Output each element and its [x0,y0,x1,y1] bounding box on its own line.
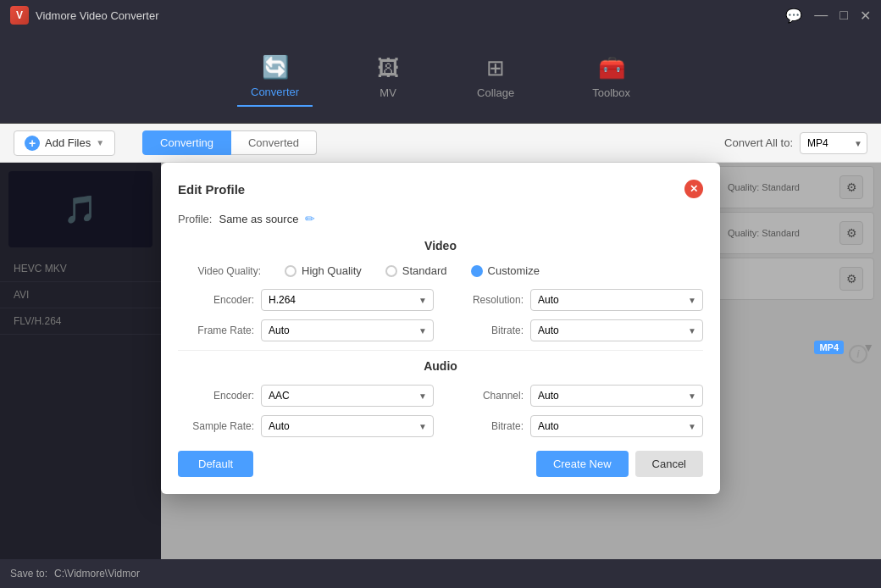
video-quality-row: Video Quality: High Quality Standard Cus… [185,264,703,277]
nav-toolbox[interactable]: 🧰 Toolbox [579,48,644,106]
dialog-overlay: Edit Profile ✕ Profile: Same as source ✏… [0,163,881,559]
window-controls: 💬 — □ ✕ [785,8,871,24]
collage-icon: ⊞ [486,55,505,81]
dialog-title: Edit Profile [178,182,245,197]
converter-icon: 🔄 [262,54,289,80]
encoder-row: Encoder: H.264H.265MPEG-4 [178,289,434,311]
add-files-dropdown-icon[interactable]: ▼ [96,138,104,147]
audio-encoder-row: Encoder: AACMP3AC3 [178,385,434,407]
default-button[interactable]: Default [178,451,253,477]
radio-customize[interactable]: Customize [471,264,540,277]
add-files-button[interactable]: + Add Files ▼ [14,130,115,156]
nav-converter[interactable]: 🔄 Converter [237,47,313,107]
frame-rate-label: Frame Rate: [178,325,254,336]
close-button[interactable]: ✕ [860,8,871,24]
audio-section-label: Audio [178,359,703,373]
radio-high-quality-circle [285,265,296,277]
encoder-select-wrap[interactable]: H.264H.265MPEG-4 [261,289,434,311]
dialog-close-button[interactable]: ✕ [684,180,703,198]
video-bitrate-select-wrap[interactable]: Auto1000k2000k [530,319,703,341]
radio-standard[interactable]: Standard [385,264,447,277]
encoder-label: Encoder: [178,294,254,306]
encoder-select[interactable]: H.264H.265MPEG-4 [261,289,434,311]
radio-customize-label: Customize [488,264,540,277]
minimize-button[interactable]: — [814,8,828,23]
format-dropdown-arrow[interactable]: ▼ [862,341,874,354]
audio-encoder-select-wrap[interactable]: AACMP3AC3 [261,385,434,407]
divider [178,350,703,351]
toolbox-icon: 🧰 [598,55,625,81]
radio-standard-label: Standard [402,264,447,277]
audio-bitrate-select[interactable]: Auto128k192k320k [530,415,703,437]
nav-collage[interactable]: ⊞ Collage [463,48,528,106]
frame-rate-row: Frame Rate: Auto243060 [178,319,434,341]
format-select-wrapper[interactable]: MP4 MKV AVI MOV [800,132,867,154]
resolution-row: Resolution: Auto1080P720P [447,289,703,311]
app-title: Vidmore Video Converter [36,9,785,22]
video-fields-grid: Encoder: H.264H.265MPEG-4 Resolution: Au… [178,289,703,341]
radio-customize-circle [471,265,483,277]
edit-profile-dialog: Edit Profile ✕ Profile: Same as source ✏… [161,163,720,494]
audio-bitrate-select-wrap[interactable]: Auto128k192k320k [530,415,703,437]
toolbar: + Add Files ▼ Converting Converted Conve… [0,124,881,163]
profile-label: Profile: [178,213,212,225]
status-bar: Save to: C:\Vidmore\Vidmor [0,559,881,588]
resolution-label: Resolution: [447,294,524,306]
format-badge: MP4 [814,341,844,354]
sample-rate-select[interactable]: Auto4410048000 [261,415,434,437]
edit-profile-icon[interactable]: ✏ [305,212,315,225]
main-content: 🎵 HEVC MKV AVI FLV/H.264 720P 720P Encod… [0,163,881,559]
video-bitrate-select[interactable]: Auto1000k2000k [530,319,703,341]
mv-icon: 🖼 [377,55,399,81]
channel-select[interactable]: AutoStereoMono [530,385,703,407]
nav-collage-label: Collage [477,86,514,99]
audio-encoder-label: Encoder: [178,390,254,402]
cancel-button[interactable]: Cancel [635,451,703,477]
channel-label: Channel: [447,390,524,402]
format-select[interactable]: MP4 MKV AVI MOV [800,132,867,154]
btn-group: Create New Cancel [536,451,703,477]
radio-high-quality[interactable]: High Quality [285,264,362,277]
profile-value: Same as source [219,213,298,225]
tab-converting[interactable]: Converting [142,130,231,155]
app-icon: V [10,6,29,25]
tab-converted[interactable]: Converted [231,130,317,155]
plus-icon: + [25,136,40,151]
nav-mv-label: MV [380,86,396,99]
nav-toolbox-label: Toolbox [592,86,630,99]
sample-rate-label: Sample Rate: [178,420,254,432]
dialog-footer: Default Create New Cancel [178,451,703,477]
video-bitrate-row: Bitrate: Auto1000k2000k [447,319,703,341]
video-bitrate-label: Bitrate: [447,325,524,336]
add-files-label: Add Files [45,136,91,149]
chat-icon[interactable]: 💬 [785,8,802,24]
frame-rate-select[interactable]: Auto243060 [261,319,434,341]
resolution-select[interactable]: Auto1080P720P [530,289,703,311]
create-new-button[interactable]: Create New [536,451,629,477]
audio-bitrate-row: Bitrate: Auto128k192k320k [447,415,703,437]
sample-rate-select-wrap[interactable]: Auto4410048000 [261,415,434,437]
convert-all-area: Convert All to: MP4 MKV AVI MOV [724,132,867,154]
audio-encoder-select[interactable]: AACMP3AC3 [261,385,434,407]
resolution-select-wrap[interactable]: Auto1080P720P [530,289,703,311]
sample-rate-row: Sample Rate: Auto4410048000 [178,415,434,437]
maximize-button[interactable]: □ [839,8,848,23]
title-bar: V Vidmore Video Converter 💬 — □ ✕ [0,0,881,31]
convert-all-label: Convert All to: [724,136,793,149]
save-to-label: Save to: [10,568,47,580]
channel-row: Channel: AutoStereoMono [447,385,703,407]
video-quality-label: Video Quality: [185,265,261,277]
save-path: C:\Vidmore\Vidmor [54,568,140,580]
tab-group: Converting Converted [142,130,317,155]
profile-row: Profile: Same as source ✏ [178,212,703,225]
radio-standard-circle [385,265,397,277]
audio-fields-grid: Encoder: AACMP3AC3 Channel: AutoStereoMo… [178,385,703,437]
audio-bitrate-label: Bitrate: [447,420,524,432]
dialog-header: Edit Profile ✕ [178,180,703,198]
nav-mv[interactable]: 🖼 MV [363,48,413,106]
radio-high-quality-label: High Quality [302,264,362,277]
channel-select-wrap[interactable]: AutoStereoMono [530,385,703,407]
video-section-label: Video [178,239,703,252]
frame-rate-select-wrap[interactable]: Auto243060 [261,319,434,341]
info-icon-label: i [856,348,859,360]
